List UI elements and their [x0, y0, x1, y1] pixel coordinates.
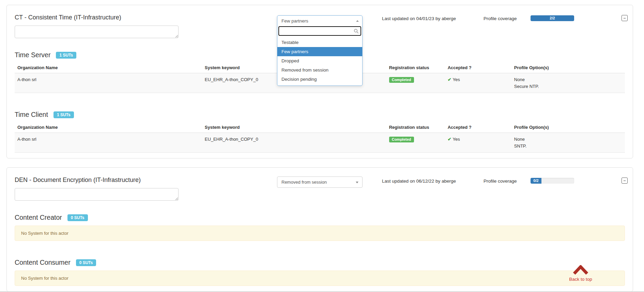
check-icon: ✔	[448, 77, 451, 82]
profile-coverage-label: Profile coverage	[484, 16, 517, 21]
cell-accepted: ✔Yes	[445, 133, 511, 153]
col-registration-status: Registration status	[386, 122, 445, 133]
last-updated-text: Last updated on 06/12/22 by aberge	[382, 179, 456, 184]
profile-coverage-bar: 0/2	[531, 178, 574, 184]
suts-count-badge: 1 SUTs	[56, 52, 76, 59]
caret-up-icon	[356, 20, 359, 22]
last-updated-text: Last updated on 04/01/23 by aberge	[382, 16, 456, 21]
dropdown-option[interactable]: Removed from session	[277, 65, 362, 75]
no-system-alert: No System for this actor	[15, 226, 625, 241]
cell-accepted: ✔Yes	[445, 73, 511, 93]
status-dropdown[interactable]: Removed from session	[277, 176, 363, 188]
status-badge: Completed	[389, 77, 414, 83]
col-accepted: Accepted ?	[445, 122, 511, 133]
dropdown-selected-value: Removed from session	[281, 180, 327, 185]
col-organization-name: Organization Name	[15, 62, 202, 73]
chevron-up-icon	[573, 265, 588, 275]
search-icon	[354, 29, 359, 34]
back-to-top-link[interactable]: Back to top	[565, 265, 596, 282]
cell-profile-options: None Secure NTP.	[511, 73, 625, 93]
panel-den-document-encryption: DEN - Document Encryption (IT-Infrastruc…	[6, 167, 633, 292]
suts-count-badge: 0 SUTs	[76, 259, 96, 266]
comment-textarea[interactable]	[15, 26, 179, 38]
cell-registration-status: Completed	[386, 133, 445, 153]
progress-fill: 2/2	[531, 15, 574, 21]
dropdown-option[interactable]: Testable	[277, 38, 362, 47]
caret-down-icon	[356, 182, 358, 183]
actor-heading: Time Client	[15, 111, 48, 119]
dropdown-option[interactable]: Decision pending	[277, 75, 362, 84]
panel-ct-consistent-time: CT - Consistent Time (IT-Infrastructure)…	[6, 5, 633, 158]
suts-count-badge: 0 SUTs	[67, 214, 88, 221]
profile-coverage-label: Profile coverage	[484, 179, 517, 184]
actor-heading: Content Consumer	[15, 259, 71, 266]
back-to-top-label: Back to top	[565, 277, 596, 282]
minus-icon: −	[623, 16, 626, 21]
dropdown-search	[277, 26, 362, 36]
profile-option: Secure NTP.	[514, 83, 622, 90]
progress-fill: 0/2	[531, 178, 541, 184]
actor-heading: Content Creator	[15, 214, 62, 221]
collapse-panel-button[interactable]: −	[622, 15, 628, 21]
comment-textarea[interactable]	[15, 188, 179, 201]
suts-count-badge: 1 SUTs	[53, 111, 74, 118]
collapse-panel-button[interactable]: −	[622, 178, 628, 184]
accepted-value: Yes	[453, 137, 460, 142]
col-organization-name: Organization Name	[15, 122, 202, 133]
actor-section-content-consumer: Content Consumer 0 SUTs No System for th…	[15, 259, 625, 286]
dropdown-option[interactable]: Dropped	[277, 56, 362, 65]
dropdown-search-input[interactable]	[278, 26, 361, 36]
profile-option: None	[514, 76, 622, 83]
table-row: A-thon srl EU_EHR_A-thon_COPY_0 Complete…	[15, 133, 625, 153]
profile-coverage-bar: 2/2	[531, 15, 574, 21]
dropdown-option-selected[interactable]: Few partners	[277, 47, 362, 56]
status-dropdown[interactable]: Few partners Testable Few partners Dropp…	[277, 15, 363, 86]
actor-section-time-client: Time Client 1 SUTs Organization Name Sys…	[15, 111, 625, 153]
col-system-keyword: System keyword	[202, 122, 386, 133]
actor-heading: Time Server	[15, 51, 50, 59]
col-accepted: Accepted ?	[445, 62, 511, 73]
dropdown-option-list: Testable Few partners Dropped Removed fr…	[277, 38, 362, 84]
no-system-alert: No System for this actor	[15, 271, 625, 286]
cell-profile-options: None SNTP.	[511, 133, 625, 153]
dropdown-toggle[interactable]: Few partners	[277, 16, 362, 26]
status-badge: Completed	[389, 137, 414, 142]
profile-option: SNTP.	[514, 143, 622, 150]
check-icon: ✔	[448, 137, 451, 142]
col-registration-status: Registration status	[386, 62, 445, 73]
col-profile-options: Profile Option(s)	[511, 62, 625, 73]
profile-option: None	[514, 136, 622, 143]
accepted-value: Yes	[453, 77, 460, 82]
cell-registration-status: Completed	[386, 73, 445, 93]
actor-section-content-creator: Content Creator 0 SUTs No System for thi…	[15, 214, 625, 241]
sut-table: Organization Name System keyword Registr…	[15, 122, 625, 153]
cell-organization: A-thon srl	[15, 133, 202, 153]
cell-system-keyword: EU_EHR_A-thon_COPY_0	[202, 133, 386, 153]
dropdown-selected-value: Few partners	[281, 18, 308, 24]
minus-icon: −	[623, 178, 626, 183]
cell-organization: A-thon srl	[15, 73, 202, 93]
col-profile-options: Profile Option(s)	[511, 122, 625, 133]
